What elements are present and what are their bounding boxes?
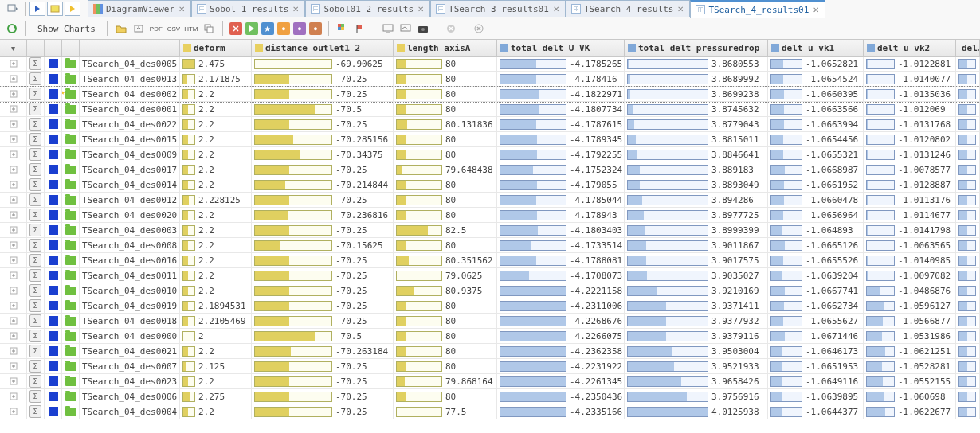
sigma-cell[interactable]: Σ bbox=[27, 117, 45, 131]
data-cell[interactable]: -4.1752324 bbox=[497, 162, 625, 177]
column-header[interactable] bbox=[62, 40, 80, 56]
row-expand[interactable] bbox=[0, 193, 27, 207]
data-cell[interactable] bbox=[956, 253, 980, 267]
column-header[interactable]: ▾ bbox=[0, 40, 27, 56]
filter-brown-button[interactable]: ● bbox=[309, 22, 322, 35]
row-expand[interactable] bbox=[0, 208, 27, 222]
table-row[interactable]: Σ★TSearch_04_des00022.2-70.2580-4.182297… bbox=[0, 87, 980, 102]
data-cell[interactable]: 80 bbox=[394, 72, 497, 86]
data-cell[interactable]: -1.0120802 bbox=[864, 132, 956, 146]
data-cell[interactable]: -70.214844 bbox=[252, 177, 394, 192]
data-cell[interactable] bbox=[956, 57, 980, 71]
row-expand[interactable] bbox=[0, 359, 27, 373]
data-cell[interactable]: -1.064893 bbox=[768, 223, 864, 237]
marker-cell[interactable] bbox=[45, 223, 62, 237]
data-cell[interactable]: 2.2 bbox=[180, 238, 252, 252]
data-cell[interactable]: -1.0646173 bbox=[768, 344, 864, 358]
data-cell[interactable]: 3.9035027 bbox=[625, 268, 768, 283]
data-cell[interactable]: 2.2 bbox=[180, 177, 252, 192]
data-cell[interactable] bbox=[956, 283, 980, 298]
data-cell[interactable]: 2.2 bbox=[180, 147, 252, 162]
column-header[interactable]: delt_u_vk1 bbox=[768, 40, 864, 56]
sigma-cell[interactable]: Σ bbox=[27, 147, 45, 162]
table-row[interactable]: ΣTSearch_04_des00072.125-70.2580-4.22319… bbox=[0, 359, 980, 374]
data-cell[interactable]: 2.475 bbox=[180, 57, 252, 71]
design-name-cell[interactable]: TSearch_04_des0012 bbox=[80, 193, 180, 207]
data-cell[interactable]: 3.9011867 bbox=[625, 238, 768, 252]
data-cell[interactable]: -1.0622677 bbox=[864, 404, 956, 419]
folder-cell[interactable] bbox=[62, 389, 80, 404]
data-cell[interactable]: 80 bbox=[394, 87, 497, 101]
sigma-cell[interactable]: Σ bbox=[27, 132, 45, 146]
row-expand[interactable] bbox=[0, 87, 27, 101]
close-icon[interactable]: ✕ bbox=[812, 6, 820, 14]
data-cell[interactable] bbox=[956, 329, 980, 343]
data-cell[interactable]: 2.2 bbox=[180, 208, 252, 222]
data-cell[interactable]: 82.5 bbox=[394, 223, 497, 237]
sigma-cell[interactable]: Σ bbox=[27, 208, 45, 222]
data-cell[interactable]: 3.8745632 bbox=[625, 102, 768, 116]
design-name-cell[interactable]: TSearch_04_des0017 bbox=[80, 162, 180, 177]
design-name-cell[interactable]: TSearch_04_des0011 bbox=[80, 268, 180, 283]
folder-cell[interactable] bbox=[62, 359, 80, 373]
data-cell[interactable]: 2.2 bbox=[180, 87, 252, 101]
folder-cell[interactable] bbox=[62, 102, 80, 116]
data-cell[interactable]: -70.34375 bbox=[252, 147, 394, 162]
table-row[interactable]: ΣTSearch_04_des00092.2-70.3437580-4.1792… bbox=[0, 147, 980, 162]
data-cell[interactable] bbox=[956, 177, 980, 192]
marker-cell[interactable] bbox=[45, 132, 62, 146]
sigma-cell[interactable]: Σ bbox=[27, 223, 45, 237]
row-expand[interactable] bbox=[0, 177, 27, 192]
data-cell[interactable]: -1.0140077 bbox=[864, 72, 956, 86]
data-cell[interactable]: -1.0644377 bbox=[768, 404, 864, 419]
data-cell[interactable]: -4.2221158 bbox=[497, 283, 625, 298]
data-cell[interactable]: -1.0063565 bbox=[864, 238, 956, 252]
data-cell[interactable]: 80 bbox=[394, 344, 497, 358]
data-cell[interactable]: -1.0667741 bbox=[768, 283, 864, 298]
data-cell[interactable]: -1.0662734 bbox=[768, 298, 864, 313]
data-cell[interactable] bbox=[956, 102, 980, 116]
data-cell[interactable]: -4.2266075 bbox=[497, 329, 625, 343]
tab-nav-run[interactable] bbox=[65, 2, 80, 16]
tab-nav-yellow[interactable] bbox=[47, 2, 63, 16]
data-cell[interactable]: 2.228125 bbox=[180, 193, 252, 207]
sigma-cell[interactable]: Σ bbox=[27, 359, 45, 373]
data-cell[interactable]: -4.2261345 bbox=[497, 374, 625, 388]
data-cell[interactable]: 80 bbox=[394, 329, 497, 343]
table-row[interactable]: ΣTSearch_04_des00202.2-70.23681680-4.178… bbox=[0, 208, 980, 223]
data-cell[interactable]: -70.25 bbox=[252, 253, 394, 267]
marker-cell[interactable] bbox=[45, 162, 62, 177]
column-header[interactable]: total_delt_U_VK bbox=[497, 40, 625, 56]
row-expand[interactable] bbox=[0, 389, 27, 404]
marker-cell[interactable] bbox=[45, 87, 62, 101]
tab-nav-blue[interactable] bbox=[29, 2, 45, 16]
filter-orange-button[interactable]: ● bbox=[277, 22, 290, 35]
row-expand[interactable] bbox=[0, 223, 27, 237]
marker-cell[interactable] bbox=[45, 298, 62, 313]
data-cell[interactable]: -1.0131768 bbox=[864, 117, 956, 131]
data-cell[interactable]: 77.5 bbox=[394, 404, 497, 419]
folder-cell[interactable] bbox=[62, 298, 80, 313]
data-cell[interactable]: -4.1785265 bbox=[497, 57, 625, 71]
data-cell[interactable]: -1.0639204 bbox=[768, 268, 864, 283]
data-cell[interactable] bbox=[956, 298, 980, 313]
data-cell[interactable]: -1.0663994 bbox=[768, 117, 864, 131]
marker-cell[interactable] bbox=[45, 344, 62, 358]
column-header[interactable]: del… bbox=[956, 40, 980, 56]
folder-cell[interactable] bbox=[62, 208, 80, 222]
data-cell[interactable] bbox=[956, 268, 980, 283]
palette-icon[interactable] bbox=[335, 21, 350, 36]
data-cell[interactable]: -1.0655627 bbox=[768, 314, 864, 328]
close-icon[interactable]: ✕ bbox=[178, 5, 186, 13]
editor-tab[interactable]: Sobol01_2_results✕ bbox=[305, 0, 430, 17]
row-expand[interactable] bbox=[0, 283, 27, 298]
table-row[interactable]: ΣTSearch_04_des00032.2-70.2582.5-4.18034… bbox=[0, 223, 980, 238]
sigma-cell[interactable]: Σ bbox=[27, 374, 45, 388]
column-header[interactable]: length_axisA bbox=[394, 40, 497, 56]
data-cell[interactable] bbox=[956, 162, 980, 177]
data-cell[interactable]: 80 bbox=[394, 132, 497, 146]
table-row[interactable]: ΣTSearch_04_des00112.2-70.2579.0625-4.17… bbox=[0, 268, 980, 283]
data-cell[interactable] bbox=[956, 193, 980, 207]
data-cell[interactable]: -1.0078577 bbox=[864, 162, 956, 177]
sigma-cell[interactable]: Σ bbox=[27, 102, 45, 116]
